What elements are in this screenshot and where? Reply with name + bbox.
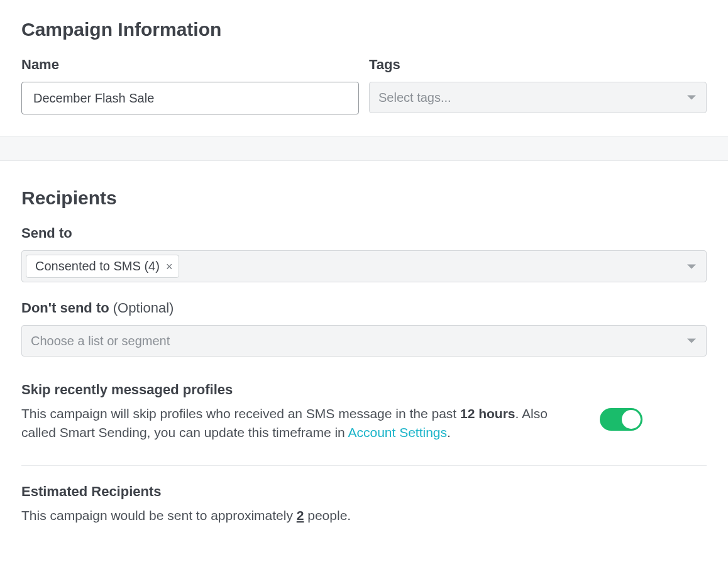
dont-send-to-label-text: Don't send to — [21, 300, 109, 316]
skip-recently-row: This campaign will skip profiles who rec… — [21, 404, 707, 443]
smart-sending-toggle[interactable] — [600, 408, 643, 431]
campaign-info-row: Name Tags Select tags... — [21, 57, 707, 114]
estimated-after: people. — [304, 508, 351, 523]
skip-recently-title: Skip recently messaged profiles — [21, 382, 707, 398]
skip-hours: 12 hours — [460, 406, 516, 421]
tags-placeholder: Select tags... — [378, 91, 451, 105]
chevron-down-icon — [687, 339, 696, 343]
campaign-name-input[interactable] — [21, 82, 359, 114]
name-label: Name — [21, 57, 359, 73]
dont-send-to-select[interactable]: Choose a list or segment — [21, 325, 707, 357]
campaign-information-title: Campaign Information — [21, 19, 707, 40]
skip-text-after: . — [447, 425, 451, 440]
skip-text-before: This campaign will skip profiles who rec… — [21, 406, 460, 421]
send-to-label: Send to — [21, 225, 707, 241]
recipients-section: Recipients Send to Consented to SMS (4) … — [0, 161, 728, 550]
tags-select[interactable]: Select tags... — [369, 82, 707, 113]
recipients-divider — [21, 465, 707, 466]
chip-remove-icon[interactable]: × — [166, 261, 173, 272]
tags-label: Tags — [369, 57, 707, 73]
skip-recently-description: This campaign will skip profiles who rec… — [21, 404, 575, 443]
dont-send-to-placeholder: Choose a list or segment — [31, 334, 170, 348]
campaign-information-section: Campaign Information Name Tags Select ta… — [0, 0, 728, 136]
estimated-recipients-text: This campaign would be sent to approxima… — [21, 506, 575, 525]
account-settings-link[interactable]: Account Settings — [348, 425, 447, 440]
dont-send-to-optional-text: (Optional) — [113, 300, 174, 316]
send-to-chip-label: Consented to SMS (4) — [35, 259, 160, 274]
estimated-before: This campaign would be sent to approxima… — [21, 508, 297, 523]
section-divider — [0, 136, 728, 161]
dont-send-to-label: Don't send to (Optional) — [21, 300, 707, 316]
send-to-chip: Consented to SMS (4) × — [26, 255, 179, 278]
recipients-title: Recipients — [21, 187, 707, 209]
tags-field-col: Tags Select tags... — [369, 57, 707, 114]
send-to-select[interactable]: Consented to SMS (4) × — [21, 250, 707, 282]
estimated-count: 2 — [297, 508, 304, 523]
estimated-recipients-title: Estimated Recipients — [21, 484, 707, 500]
chevron-down-icon — [687, 96, 696, 100]
name-field-col: Name — [21, 57, 359, 114]
chevron-down-icon — [687, 264, 696, 268]
